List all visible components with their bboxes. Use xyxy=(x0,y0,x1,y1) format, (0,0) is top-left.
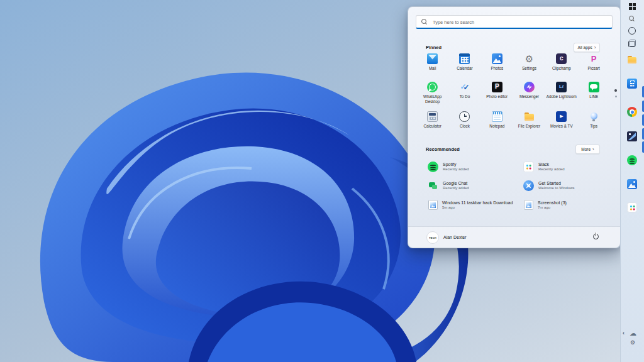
start-menu: Pinned All apps Mail Calendar Photos Set… xyxy=(408,6,621,248)
pinned-app-line[interactable]: LINE xyxy=(577,82,609,104)
taskbar-file-explorer[interactable] xyxy=(627,55,637,65)
pinned-app-label: Messenger xyxy=(519,94,539,99)
recommended-title: Spotify xyxy=(443,162,469,167)
chevron-right-icon xyxy=(594,45,596,50)
chevron-right-icon xyxy=(592,147,594,152)
pinned-app-file-explorer[interactable]: File Explorer xyxy=(513,111,545,129)
search-input[interactable] xyxy=(431,16,609,29)
recommended-title: Slack xyxy=(538,162,565,167)
taskbar-chrome[interactable] xyxy=(627,107,637,117)
pinned-app-clock[interactable]: Clock xyxy=(448,111,480,129)
avatar-text: TECH xyxy=(429,236,436,239)
settings-gear-icon xyxy=(524,53,535,64)
cortana-icon xyxy=(628,27,636,35)
pinned-section-title: Pinned xyxy=(426,45,441,50)
photos-icon xyxy=(492,53,502,64)
recommended-title: Google Chat xyxy=(443,180,469,186)
cortana-button[interactable] xyxy=(627,26,637,36)
search-icon xyxy=(421,19,426,24)
taskbar-slack[interactable] xyxy=(627,202,637,212)
more-button[interactable]: More xyxy=(575,145,600,154)
pinned-app-todo[interactable]: To Do xyxy=(448,82,480,104)
pinned-app-photo-editor[interactable]: Photo editor xyxy=(481,82,513,104)
calendar-icon xyxy=(459,53,470,64)
pinned-app-label: Calendar xyxy=(457,66,473,71)
more-label: More xyxy=(581,147,591,151)
task-view-icon xyxy=(628,40,636,47)
recommended-subtitle: Recently added xyxy=(443,167,469,172)
all-apps-button[interactable]: All apps xyxy=(574,43,600,52)
page-dot-active[interactable] xyxy=(614,89,617,92)
pinned-app-clipchamp[interactable]: Clipchamp xyxy=(545,53,577,71)
pinned-app-movies-tv[interactable]: Movies & TV xyxy=(545,111,577,129)
slack-icon xyxy=(523,162,534,172)
picsart-icon xyxy=(589,53,599,64)
taskbar-spotify[interactable] xyxy=(627,155,637,165)
pinned-app-picsart[interactable]: Picsart xyxy=(577,53,609,71)
movies-tv-icon xyxy=(556,111,567,122)
pinned-app-label: Photo editor xyxy=(486,94,508,99)
pinned-app-label: File Explorer xyxy=(518,124,540,129)
power-button[interactable] xyxy=(592,233,599,240)
recommended-subtitle: 5m ago xyxy=(442,206,513,211)
all-apps-label: All apps xyxy=(578,45,592,50)
recommended-item-download[interactable]: Windows 11 taskbar hack Download 5m ago xyxy=(428,200,513,211)
pinned-app-calculator[interactable]: Calculator xyxy=(416,111,448,129)
start-button-windows-icon[interactable] xyxy=(627,1,637,11)
pinned-app-label: To Do xyxy=(460,94,470,99)
pinned-app-label: WhatsApp Desktop xyxy=(418,94,448,104)
pinned-app-label: Photos xyxy=(491,66,503,71)
pinned-app-lightroom[interactable]: Adobe Lightroom xyxy=(545,82,577,104)
recommended-title: Screenshot (3) xyxy=(538,200,567,206)
recommended-item-google-chat[interactable]: Google Chat Recently added xyxy=(428,180,469,191)
pinned-app-whatsapp[interactable]: WhatsApp Desktop xyxy=(416,82,448,104)
taskbar-search-button[interactable] xyxy=(627,14,637,24)
recommended-subtitle: 7m ago xyxy=(538,206,567,211)
pinned-app-tips[interactable]: Tips xyxy=(577,111,609,129)
page-dot[interactable] xyxy=(615,96,617,97)
image-file-icon xyxy=(428,200,438,210)
taskbar-microsoft-store[interactable] xyxy=(627,79,637,89)
avatar[interactable]: TECH xyxy=(426,231,439,244)
pinned-page-dots[interactable] xyxy=(614,89,618,101)
lightroom-icon xyxy=(556,82,567,92)
recommended-item-screenshot[interactable]: Screenshot (3) 7m ago xyxy=(524,200,567,211)
get-started-icon xyxy=(523,180,534,191)
pinned-app-calendar[interactable]: Calendar xyxy=(448,53,480,71)
mail-icon xyxy=(427,53,438,64)
task-view-button[interactable] xyxy=(627,38,637,48)
pinned-app-notepad[interactable]: Notepad xyxy=(481,111,513,129)
recommended-title: Get Started xyxy=(538,180,575,186)
taskbar-photos[interactable] xyxy=(627,179,637,189)
tray-settings-gear-icon[interactable]: ⚙ xyxy=(630,339,635,346)
pinned-app-label: Calculator xyxy=(423,124,441,129)
pinned-app-photos[interactable]: Photos xyxy=(481,53,513,71)
pinned-app-label: Notepad xyxy=(489,124,504,129)
recommended-item-spotify[interactable]: Spotify Recently added xyxy=(428,162,469,172)
recommended-item-get-started[interactable]: Get Started Welcome to Windows xyxy=(523,180,575,191)
todo-icon xyxy=(459,82,470,92)
clipchamp-icon xyxy=(556,53,567,64)
pinned-app-label: Mail xyxy=(429,66,436,71)
recommended-subtitle: Recently added xyxy=(443,186,469,191)
clock-icon xyxy=(459,111,470,122)
user-name[interactable]: Alan Dexter xyxy=(443,227,467,248)
pinned-app-mail[interactable]: Mail xyxy=(416,53,448,71)
folder-icon xyxy=(524,111,535,122)
recommended-title: Windows 11 taskbar hack Download xyxy=(442,200,513,206)
calculator-icon xyxy=(427,111,438,122)
onedrive-cloud-icon[interactable]: ☁ xyxy=(630,329,636,337)
image-file-icon xyxy=(524,200,533,210)
spotify-icon xyxy=(428,162,438,172)
taskbar-photo-app[interactable] xyxy=(627,131,637,141)
hidden-icons-chevron[interactable]: ‹ xyxy=(623,330,625,336)
start-search-box[interactable] xyxy=(416,15,613,29)
taskbar: ‹ ☁ ⚙ xyxy=(620,0,644,362)
recommended-item-slack[interactable]: Slack Recently added xyxy=(523,162,565,172)
pinned-app-label: Settings xyxy=(522,66,536,71)
pinned-app-label: Adobe Lightroom xyxy=(547,94,577,99)
pinned-app-label: LINE xyxy=(589,94,598,99)
recommended-section-title: Recommended xyxy=(426,146,460,152)
pinned-app-messenger[interactable]: Messenger xyxy=(513,82,545,104)
pinned-app-settings[interactable]: Settings xyxy=(513,53,545,71)
